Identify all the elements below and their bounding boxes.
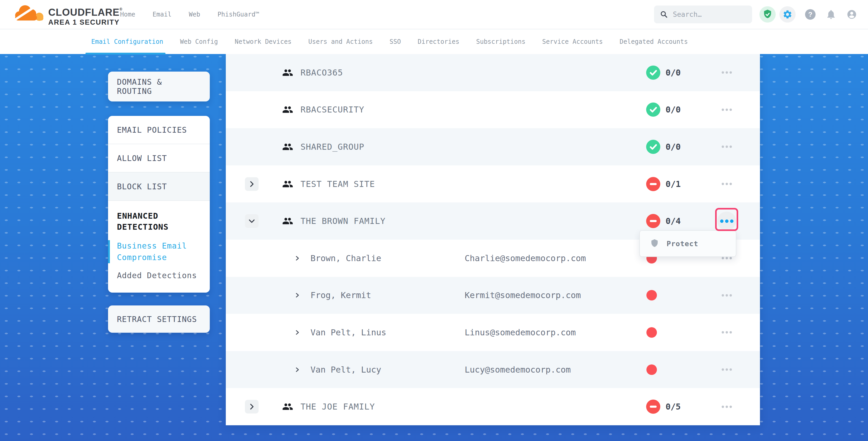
ellipsis-dot [730, 146, 732, 148]
tab-service-accounts[interactable]: Service Accounts [542, 29, 603, 54]
row-menu-button[interactable] [717, 175, 736, 193]
member-email: Lucy@somedemocorp.com [465, 366, 571, 374]
table-row: RBACSECURITY0/0 [226, 91, 760, 128]
tab-subscriptions[interactable]: Subscriptions [476, 29, 526, 54]
chevron-right-icon [245, 177, 258, 191]
ellipsis-dot [730, 331, 732, 334]
chevron-right-icon[interactable] [293, 291, 301, 299]
chevron-right-icon[interactable] [293, 366, 301, 374]
expand-toggle-button[interactable] [245, 400, 258, 413]
ellipsis-dot [725, 406, 728, 408]
tab-delegated-accounts[interactable]: Delegated Accounts [620, 29, 688, 54]
header-icon-cluster: ? [760, 0, 857, 29]
sidebar-item-retract-settings[interactable]: RETRACT SETTINGS [108, 306, 210, 333]
context-menu: Protect [639, 230, 736, 257]
ellipsis-dot [730, 71, 732, 74]
row-menu-button[interactable] [717, 63, 736, 82]
row-menu-button[interactable] [717, 286, 736, 305]
row-menu-button[interactable] [717, 323, 736, 342]
protected-count: 0/0 [665, 68, 681, 77]
group-name: SHARED_GROUP [301, 143, 364, 151]
context-menu-item-protect[interactable]: Protect [666, 240, 698, 248]
ellipsis-dot [730, 219, 734, 223]
groups-table: RBACO3650/0RBACSECURITY0/0SHARED_GROUP0/… [226, 54, 760, 425]
minus-icon [650, 220, 657, 222]
table-row: Frog, KermitKermit@somedemocorp.com [226, 277, 760, 314]
tab-email-configuration[interactable]: Email Configuration [91, 29, 163, 54]
notifications-bell-icon[interactable] [826, 9, 837, 20]
sidebar-card-domains: DOMAINS & ROUTING [108, 71, 210, 101]
ellipsis-dot [725, 331, 728, 334]
group-name: TEST TEAM SITE [301, 180, 375, 188]
sidebar-item-business-email-compromise[interactable]: Business Email Compromise [108, 240, 201, 263]
sidebar-item-allow-list[interactable]: ALLOW LIST [108, 144, 210, 172]
tab-web-config[interactable]: Web Config [180, 29, 218, 54]
help-icon[interactable]: ? [805, 9, 815, 20]
chevron-down-icon [245, 214, 258, 228]
ellipsis-dot [730, 294, 732, 296]
group-name: RBACSECURITY [301, 105, 364, 114]
tab-sso[interactable]: SSO [390, 29, 401, 54]
check-icon [646, 140, 660, 154]
row-menu-button[interactable] [717, 212, 736, 230]
ellipsis-dot [730, 183, 732, 185]
account-icon[interactable] [846, 9, 857, 20]
sidebar-item-added-detections[interactable]: Added Detections [108, 271, 201, 281]
ellipsis-dot [730, 368, 732, 371]
check-icon [646, 102, 660, 117]
top-nav-email[interactable]: Email [153, 11, 172, 18]
protected-count: 0/5 [665, 403, 681, 411]
tab-network-devices[interactable]: Network Devices [235, 29, 291, 54]
protected-count: 0/1 [665, 180, 681, 188]
sidebar-item-domains-routing[interactable]: DOMAINS & ROUTING [108, 71, 210, 101]
table-row: Van Pelt, LucyLucy@somedemocorp.com [226, 351, 760, 388]
ellipsis-dot [722, 406, 724, 408]
ellipsis-dot [725, 183, 728, 185]
ellipsis-dot [722, 108, 724, 111]
row-menu-button[interactable] [717, 100, 736, 119]
expand-toggle-button[interactable] [245, 214, 258, 228]
search-box[interactable] [654, 5, 752, 23]
ellipsis-dot [725, 219, 728, 223]
ellipsis-dot [725, 368, 728, 371]
security-shield-icon[interactable] [760, 6, 776, 23]
ellipsis-dot [725, 108, 728, 111]
member-email: Charlie@somedemocorp.com [465, 254, 586, 262]
table-row: TEST TEAM SITE0/1 [226, 165, 760, 203]
ellipsis-dot [722, 294, 724, 296]
brand-name: CLOUDFLARE® [48, 7, 122, 17]
row-menu-button[interactable] [717, 360, 736, 379]
top-nav-web[interactable]: Web [189, 11, 200, 18]
search-input[interactable] [672, 10, 747, 19]
protected-count: 0/4 [665, 217, 681, 225]
ellipsis-dot [725, 294, 728, 296]
group-icon [282, 216, 293, 226]
group-name: RBACO365 [301, 68, 343, 77]
minus-icon [650, 406, 657, 408]
ellipsis-dot [725, 146, 728, 148]
member-email: Kermit@somedemocorp.com [465, 291, 581, 300]
sidebar-item-enhanced-detections[interactable]: ENHANCED DETECTIONS [108, 210, 201, 232]
expand-toggle-button[interactable] [245, 177, 258, 191]
table-row: Van Pelt, LinusLinus@somedemocorp.com [226, 314, 760, 351]
chevron-right-icon[interactable] [293, 328, 301, 336]
member-name: Frog, Kermit [310, 291, 371, 300]
settings-gear-icon[interactable] [779, 6, 796, 23]
cloudflare-logo[interactable]: CLOUDFLARE® AREA 1 SECURITY [13, 3, 122, 26]
top-nav-phishguard[interactable]: PhishGuard™ [217, 11, 259, 18]
config-tab-bar: Email ConfigurationWeb ConfigNetwork Dev… [0, 29, 868, 54]
sidebar-item-block-list[interactable]: BLOCK LIST [108, 172, 210, 201]
shield-icon [650, 238, 659, 249]
row-menu-button[interactable] [717, 397, 736, 416]
ellipsis-dot [722, 146, 724, 148]
group-icon [282, 67, 293, 78]
chevron-right-icon[interactable] [293, 254, 301, 262]
tab-directories[interactable]: Directories [418, 29, 459, 54]
app-header: CLOUDFLARE® AREA 1 SECURITY HomeEmailWeb… [0, 0, 868, 29]
sidebar-item-email-policies[interactable]: EMAIL POLICIES [108, 116, 210, 144]
status-ok-badge [646, 66, 660, 80]
tab-users-and-actions[interactable]: Users and Actions [308, 29, 373, 54]
top-nav-home[interactable]: Home [120, 11, 135, 18]
row-menu-button[interactable] [717, 137, 736, 156]
member-name: Brown, Charlie [310, 254, 381, 262]
